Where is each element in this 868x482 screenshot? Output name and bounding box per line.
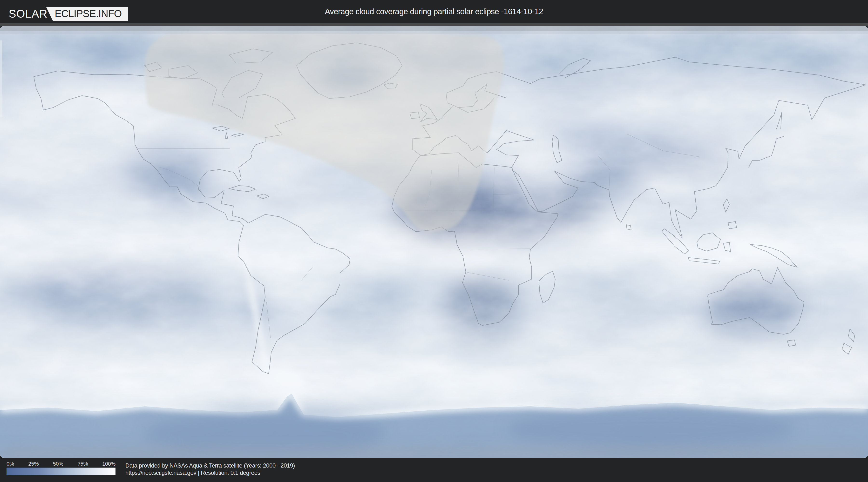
top-bar: Average cloud coverage during partial so… — [0, 0, 868, 23]
logo-text-eclipse-info: ECLIPSE.INFO — [55, 8, 122, 20]
attribution-line2: https://neo.sci.gsfc.nasa.gov | Resoluti… — [125, 469, 295, 477]
logo-badge: ECLIPSE.INFO — [46, 7, 128, 21]
cloud-coverage-map-svg — [0, 26, 868, 458]
legend-label-75: 75% — [78, 461, 88, 467]
logo-text-solar: SOLAR — [9, 6, 48, 21]
legend-tick-labels: 0% 25% 50% 75% 100% — [6, 461, 116, 467]
attribution-line1: Data provided by NASAs Aqua & Terra sate… — [125, 462, 295, 469]
legend-label-25: 25% — [28, 461, 38, 467]
legend-label-50: 50% — [53, 461, 63, 467]
legend-label-100: 100% — [102, 461, 116, 467]
legend-gradient-bar — [6, 468, 116, 475]
world-cloud-map — [0, 26, 868, 458]
data-attribution: Data provided by NASAs Aqua & Terra sate… — [125, 462, 295, 477]
site-logo[interactable]: SOLAR ECLIPSE.INFO — [9, 6, 128, 21]
cloud-coverage-legend: 0% 25% 50% 75% 100% — [6, 461, 116, 475]
bottom-bar: 0% 25% 50% 75% 100% Data provided by NAS… — [0, 458, 868, 482]
page-title: Average cloud coverage during partial so… — [0, 0, 868, 23]
header-divider — [0, 23, 868, 26]
legend-label-0: 0% — [6, 461, 14, 467]
